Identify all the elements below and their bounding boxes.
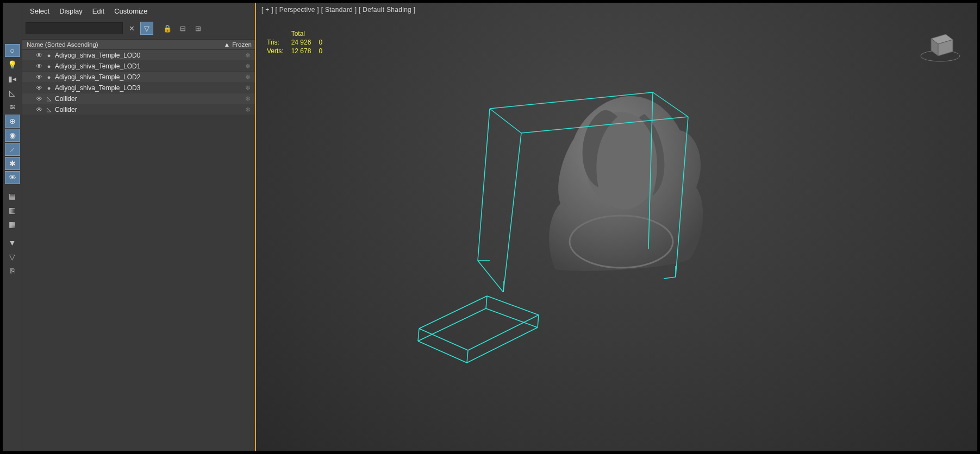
svg-line-8 bbox=[648, 92, 653, 249]
menu-select[interactable]: Select bbox=[30, 7, 49, 15]
shape-icon[interactable]: ◺ bbox=[5, 86, 20, 99]
lock-button[interactable]: 🔒 bbox=[161, 22, 174, 35]
search-input[interactable] bbox=[26, 22, 123, 34]
clipboard-icon[interactable]: ⎘ bbox=[5, 264, 20, 278]
svg-line-20 bbox=[538, 315, 539, 327]
camera-icon[interactable]: ▮◂ bbox=[5, 72, 20, 85]
svg-line-12 bbox=[664, 277, 676, 279]
column-header-row[interactable]: Name (Sorted Ascending) ▲ Frozen bbox=[22, 39, 255, 50]
svg-line-13 bbox=[478, 261, 503, 292]
object-name-label: Adiyogi_shiva_Temple_LOD3 bbox=[54, 84, 243, 92]
freeze-icon[interactable]: ❄ bbox=[243, 95, 253, 103]
svg-point-26 bbox=[921, 51, 960, 61]
visibility-eye-icon[interactable]: 👁 bbox=[34, 62, 44, 70]
helper-icon[interactable]: ⊕ bbox=[5, 115, 20, 128]
visibility-eye-icon[interactable]: 👁 bbox=[34, 84, 44, 92]
visibility-eye-icon[interactable]: 👁 bbox=[34, 73, 44, 81]
svg-line-19 bbox=[486, 296, 487, 308]
stats-tris-label: Tris: bbox=[267, 39, 290, 46]
lock-icon: 🔒 bbox=[163, 24, 172, 33]
display-all-icon[interactable]: ○ bbox=[5, 44, 20, 57]
geometry-icon: ● bbox=[44, 52, 54, 59]
tree-row[interactable]: 👁◺Collider❄ bbox=[22, 104, 255, 115]
svg-marker-29 bbox=[938, 40, 953, 56]
geometry-icon: ● bbox=[44, 85, 54, 91]
expand-button[interactable]: ⊞ bbox=[191, 22, 204, 35]
menu-display[interactable]: Display bbox=[59, 7, 83, 15]
search-toolbar: ✕ ▽ 🔒 ⊟ ⊞ bbox=[22, 20, 255, 39]
hide-icon[interactable]: 👁 bbox=[5, 171, 20, 184]
list3-icon[interactable]: ▦ bbox=[5, 218, 20, 231]
svg-line-1 bbox=[490, 92, 653, 109]
funnel2-icon[interactable]: ▽ bbox=[5, 250, 20, 263]
particle-icon[interactable]: ✱ bbox=[5, 157, 20, 170]
collapse-button[interactable]: ⊟ bbox=[176, 22, 189, 35]
stats-verts-sel: 0 bbox=[319, 47, 329, 55]
svg-marker-28 bbox=[931, 39, 938, 56]
spacewarp-icon[interactable]: ≋ bbox=[5, 100, 20, 114]
geometry-icon: ● bbox=[44, 63, 54, 70]
collider-wireframe-small bbox=[408, 277, 544, 364]
collider-wireframe-large bbox=[473, 76, 691, 293]
tree-row[interactable]: 👁●Adiyogi_shiva_Temple_LOD2❄ bbox=[22, 72, 255, 83]
object-tree[interactable]: 👁●Adiyogi_shiva_Temple_LOD0❄👁●Adiyogi_sh… bbox=[22, 50, 255, 451]
object-name-label: Collider bbox=[54, 106, 243, 114]
clear-search-button[interactable]: ✕ bbox=[125, 22, 138, 35]
stats-total-header: Total bbox=[291, 30, 318, 37]
tree-row[interactable]: 👁◺Collider❄ bbox=[22, 93, 255, 104]
svg-line-7 bbox=[676, 117, 688, 277]
svg-line-2 bbox=[653, 92, 688, 117]
expand-icon: ⊞ bbox=[195, 24, 201, 33]
svg-line-25 bbox=[418, 341, 467, 363]
tree-row[interactable]: 👁●Adiyogi_shiva_Temple_LOD0❄ bbox=[22, 50, 255, 61]
svg-line-15 bbox=[487, 296, 539, 315]
menu-customize[interactable]: Customize bbox=[114, 7, 147, 15]
scene-explorer-panel: Select Display Edit Customize ✕ ▽ 🔒 ⊟ ⊞ … bbox=[22, 3, 256, 451]
list1-icon[interactable]: ▤ bbox=[5, 190, 20, 203]
freeze-icon[interactable]: ❄ bbox=[243, 52, 253, 59]
svg-line-5 bbox=[478, 109, 490, 261]
collapse-icon: ⊟ bbox=[180, 24, 186, 33]
stats-tris-sel: 0 bbox=[319, 39, 329, 46]
list2-icon[interactable]: ▥ bbox=[5, 204, 20, 217]
object-name-label: Adiyogi_shiva_Temple_LOD0 bbox=[54, 52, 243, 59]
freeze-icon[interactable]: ❄ bbox=[243, 73, 253, 81]
view-cube[interactable] bbox=[919, 23, 962, 64]
viewport-label[interactable]: [ + ] [ Perspective ] [ Standard ] [ Def… bbox=[261, 6, 415, 14]
column-name-header[interactable]: Name (Sorted Ascending) bbox=[27, 41, 224, 48]
object-name-label: Adiyogi_shiva_Temple_LOD2 bbox=[54, 73, 243, 81]
svg-line-16 bbox=[468, 315, 539, 350]
funnel-icon[interactable]: ▼ bbox=[5, 236, 20, 249]
bone-icon[interactable]: ⟋ bbox=[5, 143, 20, 156]
global-icon[interactable]: ◉ bbox=[5, 129, 20, 142]
filter-icon: ▽ bbox=[144, 24, 149, 33]
freeze-icon[interactable]: ❄ bbox=[243, 84, 253, 92]
svg-line-22 bbox=[418, 308, 486, 341]
column-frozen-header[interactable]: ▲ Frozen bbox=[224, 41, 252, 48]
stats-tris-total: 24 926 bbox=[291, 39, 318, 46]
menu-edit[interactable]: Edit bbox=[92, 7, 104, 15]
stats-verts-total: 12 678 bbox=[291, 47, 318, 55]
tree-row[interactable]: 👁●Adiyogi_shiva_Temple_LOD1❄ bbox=[22, 61, 255, 72]
svg-line-23 bbox=[486, 308, 538, 327]
viewport[interactable]: [ + ] [ Perspective ] [ Standard ] [ Def… bbox=[256, 3, 977, 451]
svg-marker-27 bbox=[931, 34, 953, 44]
frozen-label: Frozen bbox=[232, 41, 252, 48]
stats-verts-label: Verts: bbox=[267, 47, 290, 55]
filter-toggle-button[interactable]: ▽ bbox=[140, 22, 153, 35]
polycount-stats: Total Tris: 24 926 0 Verts: 12 678 0 bbox=[266, 29, 330, 56]
object-name-label: Adiyogi_shiva_Temple_LOD1 bbox=[54, 62, 243, 70]
panel-menu-bar: Select Display Edit Customize bbox=[22, 3, 255, 20]
freeze-icon[interactable]: ❄ bbox=[243, 106, 253, 114]
freeze-icon[interactable]: ❄ bbox=[243, 62, 253, 70]
tree-row[interactable]: 👁●Adiyogi_shiva_Temple_LOD3❄ bbox=[22, 83, 255, 93]
bust-model bbox=[522, 79, 729, 285]
dummy-icon: ◺ bbox=[44, 106, 54, 113]
visibility-eye-icon[interactable]: 👁 bbox=[34, 106, 44, 114]
light-icon[interactable]: 💡 bbox=[5, 58, 20, 71]
dummy-icon: ◺ bbox=[44, 95, 54, 102]
visibility-eye-icon[interactable]: 👁 bbox=[34, 52, 44, 59]
geometry-icon: ● bbox=[44, 74, 54, 80]
visibility-eye-icon[interactable]: 👁 bbox=[34, 95, 44, 103]
svg-line-14 bbox=[419, 296, 487, 329]
